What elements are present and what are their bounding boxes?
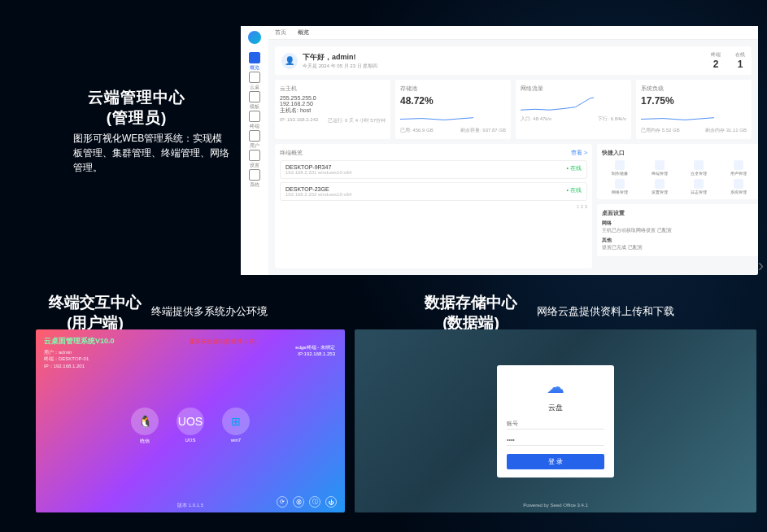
quick-icon-6 (694, 179, 704, 189)
login-panel: ☁ 云盘 登 录 (497, 365, 614, 477)
section2-title-l1: 终端交互中心 (49, 293, 142, 313)
client-warning[interactable]: 重要安全通知(待处理 1 条) (190, 338, 256, 344)
quick-icon-0 (615, 160, 625, 170)
username-input[interactable] (507, 418, 604, 430)
quick-item-6[interactable]: 日志管理 (681, 179, 717, 194)
dashboard-logo-icon (248, 31, 261, 44)
quick-icon-5 (655, 179, 665, 189)
quick-item-0[interactable]: 制作镜像 (602, 160, 638, 176)
desktop-tile-icon-0: 🐧 (131, 408, 159, 435)
desktop-tile-label-1: UOS (185, 438, 195, 443)
quick-item-5[interactable]: 设置管理 (642, 179, 678, 194)
sidebar-item-6[interactable]: 系统 (249, 169, 260, 189)
dashboard-sidebar: 概览 云桌 模板 终端 用户 设置 系统 (241, 26, 268, 275)
stat-title-3: 系统负载 (641, 85, 747, 93)
terminals-title: 终端概览 (280, 149, 303, 157)
sidebar-icon-4 (249, 130, 260, 142)
sidebar-label-1: 云桌 (250, 84, 259, 91)
section1-title: 云端管理中心 (管理员) (88, 88, 185, 128)
sidebar-item-2[interactable]: 模板 (249, 91, 260, 111)
section2-title: 终端交互中心 (用户端) (49, 293, 142, 333)
client-edge-l2: IP:192.168.1.253 (295, 351, 335, 356)
quick-icon-1 (655, 160, 665, 170)
section3-title-l1: 数据存储中心 (425, 293, 517, 313)
quick-item-1[interactable]: 终端管理 (642, 160, 678, 176)
quick-entry-title: 快捷入口 (602, 149, 756, 157)
dashboard-main: 首页 概览 👤 下午好，admin! 今天是 2024 年 05 月 23 日 … (268, 26, 758, 275)
config-title: 桌面设置 (602, 209, 756, 217)
cloud-icon: ☁ (547, 377, 564, 398)
admin-dashboard: 概览 云桌 模板 终端 用户 设置 系统 首页 概览 � (241, 26, 758, 275)
client-edge-info: edge终端 - 未绑定 IP:192.168.1.253 (295, 344, 335, 356)
client-control-0-icon[interactable]: ⟳ (277, 496, 288, 508)
user-client-window: 云桌面管理系统V10.0 重要安全通知(待处理 1 条) 用户：admin终端：… (36, 329, 345, 512)
desktop-tile-0[interactable]: 🐧 统信 (131, 408, 159, 445)
terminal-status-0: • 在线 (567, 164, 582, 175)
terminal-row-1[interactable]: DESKTOP-23GE192.168.2.202 windows10-x64 … (280, 182, 587, 201)
sidebar-item-3[interactable]: 终端 (249, 111, 260, 130)
config-sec1-text: 主机已自动获取网络设置 已配置 (602, 227, 756, 234)
greeting-card: 👤 下午好，admin! 今天是 2024 年 05 月 23 日 星期四 终端… (275, 46, 752, 75)
stat-card-0: 云主机 255.255.255.0192.168.2.50主机名: host I… (275, 80, 390, 139)
desktop-config-card: 桌面设置 网络 主机已自动获取网络设置 已配置 其他 设置已完成 已配置 (597, 204, 758, 256)
client-control-3-icon[interactable]: ⏻ (325, 496, 337, 508)
client-info-0: 用户：admin (44, 349, 337, 355)
config-sec1-title: 网络 (602, 220, 756, 227)
stat-title-0: 云主机 (280, 85, 386, 93)
login-title: 云盘 (548, 403, 563, 413)
desktop-tile-icon-2: ⊞ (222, 408, 250, 435)
sidebar-item-5[interactable]: 设置 (249, 150, 260, 169)
login-button[interactable]: 登 录 (507, 454, 604, 469)
client-info-2: IP：192.168.1.201 (44, 363, 337, 369)
client-control-2-icon[interactable]: ⓘ (309, 496, 320, 508)
quick-item-3[interactable]: 用户管理 (721, 160, 757, 176)
client-version: 版本 1.0.1.5 (177, 502, 203, 509)
client-info-1: 终端：DESKTOP-01 (44, 355, 337, 362)
client-control-1-icon[interactable]: ⦿ (293, 496, 304, 508)
sidebar-label-4: 用户 (250, 142, 259, 150)
greeting-text: 下午好，admin! (303, 52, 377, 63)
sidebar-item-0[interactable]: 概览 (249, 52, 260, 72)
section3-title: 数据存储中心 (数据端) (425, 293, 517, 333)
sidebar-label-0: 概览 (250, 64, 259, 72)
breadcrumb-tab[interactable]: 概览 (294, 27, 312, 38)
section1-desc: 图形可视化WEB管理系统：实现模板管理、集群管理、终端管理、网络管理。 (73, 131, 232, 175)
desktop-tile-2[interactable]: ⊞ win7 (222, 408, 250, 445)
quick-entry-card: 快捷入口 制作镜像 终端管理 云桌管理 用户管理 网络管理 设置管理 日志管理 … (597, 144, 758, 199)
sidebar-item-1[interactable]: 云桌 (249, 72, 260, 91)
sidebar-item-4[interactable]: 用户 (249, 130, 260, 150)
password-input[interactable] (507, 434, 604, 446)
terminals-more-link[interactable]: 查看 > (571, 149, 587, 157)
stat-title-2: 网络流量 (521, 85, 626, 93)
carousel-next-icon[interactable]: › (758, 255, 764, 277)
breadcrumb-home[interactable]: 首页 (275, 28, 286, 37)
stat-spark-1-icon (400, 108, 473, 123)
stat-spark-3-icon (641, 108, 714, 123)
terminals-pager[interactable]: 1 2 3 (280, 204, 587, 209)
quick-icon-2 (694, 160, 704, 170)
section2-desc: 终端提供多系统办公环境 (151, 304, 268, 319)
quick-item-7[interactable]: 系统管理 (721, 179, 757, 194)
terminal-row-0[interactable]: DESKTOP-9R347192.168.2.201 windows10-x64… (280, 160, 587, 179)
client-edge-l1: edge终端 - 未绑定 (295, 344, 335, 351)
section1-title-l1: 云端管理中心 (88, 88, 185, 108)
terminal-status-1: • 在线 (567, 186, 582, 197)
desktop-tile-label-2: win7 (231, 438, 241, 443)
quick-item-2[interactable]: 云桌管理 (681, 160, 717, 176)
desktop-tile-icon-1: UOS (176, 408, 204, 435)
terminals-card: 终端概览 查看 > DESKTOP-9R347192.168.2.201 win… (275, 144, 592, 268)
section3-desc: 网络云盘提供资料上传和下载 (537, 304, 674, 319)
greeting-date: 今天是 2024 年 05 月 23 日 星期四 (303, 63, 377, 70)
quick-item-4[interactable]: 网络管理 (602, 179, 638, 194)
stat-card-2: 网络流量 入口: 48.47k/s 下行: 6.84k/s (516, 80, 631, 139)
desktop-tile-1[interactable]: UOS UOS (176, 408, 204, 445)
quick-icon-3 (734, 160, 743, 170)
stat-title-1: 存储池 (400, 85, 506, 93)
client-title: 云桌面管理系统V10.0 (44, 337, 115, 345)
section1-title-l2: (管理员) (88, 108, 185, 129)
avatar-icon: 👤 (281, 53, 298, 69)
stat-card-1: 存储池 48.72% 已用: 456.9 GB 剩余容量: 937.87 GB (395, 80, 511, 139)
desktop-tile-label-0: 统信 (140, 438, 150, 445)
sidebar-label-5: 设置 (250, 162, 259, 169)
disk-footer: Powered by Seed Office 3.4.1 (355, 503, 756, 508)
